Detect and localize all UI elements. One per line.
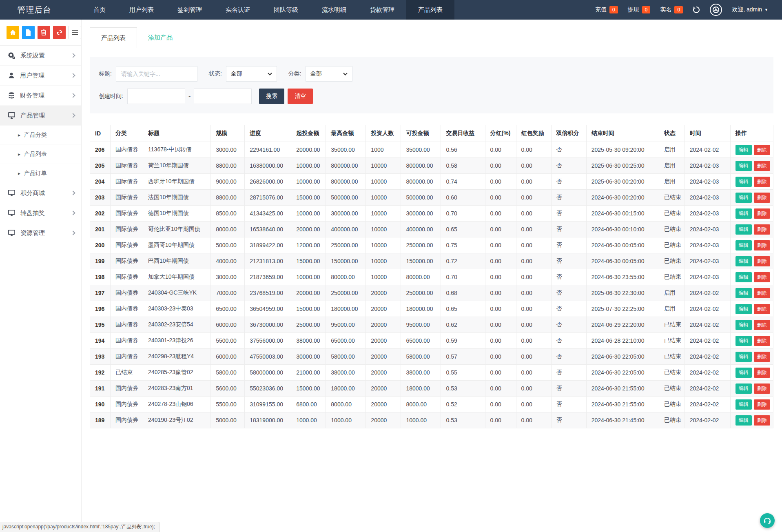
- delete-button[interactable]: 删除: [754, 177, 770, 187]
- table-cell: 法国10年期国债: [143, 190, 211, 206]
- delete-button[interactable]: 删除: [754, 352, 770, 362]
- realname-label: 实名: [660, 6, 671, 13]
- monitor-icon: [8, 210, 15, 216]
- edit-button[interactable]: 编辑: [735, 399, 752, 410]
- edit-button[interactable]: 编辑: [735, 368, 752, 378]
- edit-button[interactable]: 编辑: [735, 208, 752, 219]
- sidebar-item-lucky-wheel[interactable]: 转盘抽奖: [0, 203, 81, 223]
- column-header: 状态: [659, 125, 685, 142]
- nav-item-checkin[interactable]: 签到管理: [166, 0, 214, 20]
- nav-item-loan[interactable]: 贷款管理: [358, 0, 406, 20]
- sidebar-item-points-mall[interactable]: 积分商城: [0, 183, 81, 203]
- actions-cell: 编辑删除: [730, 365, 773, 381]
- edit-button[interactable]: 编辑: [735, 288, 752, 298]
- table-cell: 国内债券: [111, 301, 143, 317]
- sidebar-item-user-management[interactable]: 用户管理: [0, 66, 81, 86]
- file-button[interactable]: [22, 26, 35, 39]
- table-cell: 4000.00: [211, 253, 245, 269]
- table-cell: 16380000.00: [245, 158, 291, 174]
- sidebar-item-finance-management[interactable]: 财务管理: [0, 86, 81, 106]
- nav-item-flow-detail[interactable]: 流水明细: [310, 0, 358, 20]
- delete-button[interactable]: 删除: [754, 145, 770, 155]
- delete-button[interactable]: 删除: [754, 336, 770, 346]
- category-select-value: 全部: [310, 70, 322, 78]
- delete-button[interactable]: 删除: [754, 240, 770, 250]
- delete-button[interactable]: 删除: [754, 415, 770, 426]
- delete-button[interactable]: 删除: [754, 383, 770, 394]
- delete-button[interactable]: 删除: [754, 193, 770, 203]
- sidebar-item-resource-management[interactable]: 资源管理: [0, 223, 81, 243]
- table-cell: 0.65: [441, 222, 485, 237]
- sidebar-item-product-management[interactable]: 产品管理: [0, 106, 81, 126]
- delete-button[interactable]: 删除: [754, 208, 770, 219]
- avatar[interactable]: [710, 4, 722, 16]
- refresh-icon[interactable]: [693, 6, 700, 13]
- table-cell: 300000.00: [401, 206, 441, 222]
- created-end-input[interactable]: [194, 89, 252, 104]
- delete-button[interactable]: 删除: [754, 368, 770, 378]
- edit-button[interactable]: 编辑: [735, 256, 752, 266]
- category-select[interactable]: 全部: [306, 66, 352, 82]
- customer-service-fab[interactable]: [760, 513, 775, 528]
- edit-button[interactable]: 编辑: [735, 145, 752, 155]
- actions-cell: 编辑删除: [730, 381, 773, 397]
- table-cell: 2025-07-30 22:25:00: [586, 301, 659, 317]
- delete-button[interactable]: 删除: [754, 224, 770, 235]
- sidebar-subitem-product-orders[interactable]: ▸ 产品订单: [0, 164, 81, 183]
- title-search-input[interactable]: [116, 66, 197, 82]
- nav-item-home[interactable]: 首页: [82, 0, 117, 20]
- clear-button[interactable]: 清空: [288, 89, 313, 104]
- edit-button[interactable]: 编辑: [735, 224, 752, 235]
- list-button[interactable]: [69, 26, 81, 39]
- delete-button[interactable]: 删除: [754, 256, 770, 266]
- search-button[interactable]: 搜索: [259, 89, 284, 104]
- sidebar-item-label: 积分商城: [20, 189, 45, 197]
- edit-button[interactable]: 编辑: [735, 193, 752, 203]
- delete-button[interactable]: 删除: [754, 272, 770, 282]
- table-cell: 2024-02-03: [685, 253, 730, 269]
- delete-button[interactable]: 删除: [754, 399, 770, 410]
- welcome-menu[interactable]: 欢迎, admin ▼: [732, 6, 768, 13]
- sidebar-subitem-product-list[interactable]: ▸ 产品列表: [0, 145, 81, 164]
- tab-bar: 产品列表 添加产品: [90, 27, 773, 48]
- delete-button[interactable]: 删除: [754, 161, 770, 171]
- recharge-badge-group[interactable]: 充值 0: [595, 6, 618, 13]
- sidebar-item-label: 用户管理: [20, 72, 44, 80]
- headset-icon: [764, 517, 771, 524]
- withdraw-badge-group[interactable]: 提现 0: [628, 6, 651, 13]
- edit-button[interactable]: 编辑: [735, 272, 752, 282]
- trash-button[interactable]: [38, 26, 50, 39]
- status-select[interactable]: 全部: [226, 66, 277, 82]
- tab-add-product[interactable]: 添加产品: [137, 27, 184, 48]
- table-cell: 12000.00: [291, 237, 326, 253]
- table-cell: 500000.00: [401, 190, 441, 206]
- nav-item-product-list[interactable]: 产品列表: [406, 0, 454, 20]
- edit-button[interactable]: 编辑: [735, 352, 752, 362]
- edit-button[interactable]: 编辑: [735, 240, 752, 250]
- table-cell: 2025-05-30 09:20:00: [586, 142, 659, 158]
- edit-button[interactable]: 编辑: [735, 177, 752, 187]
- realname-badge-group[interactable]: 实名 0: [660, 6, 683, 13]
- edit-button[interactable]: 编辑: [735, 320, 752, 330]
- edit-button[interactable]: 编辑: [735, 304, 752, 314]
- edit-button[interactable]: 编辑: [735, 336, 752, 346]
- table-cell: 15000.00: [291, 381, 326, 397]
- table-row: 200国际债券墨西哥10年期国债5000.0031899422.0012000.…: [90, 237, 773, 253]
- tab-product-list[interactable]: 产品列表: [90, 27, 137, 48]
- sidebar-item-system-settings[interactable]: 系统设置: [0, 46, 81, 66]
- recycle-button[interactable]: [53, 26, 66, 39]
- created-start-input[interactable]: [127, 89, 185, 104]
- nav-item-realname[interactable]: 实名认证: [214, 0, 262, 20]
- edit-button[interactable]: 编辑: [735, 415, 752, 426]
- table-cell: 240278-23山钢06: [143, 397, 211, 412]
- nav-item-user-list[interactable]: 用户列表: [117, 0, 166, 20]
- edit-button[interactable]: 编辑: [735, 161, 752, 171]
- home-button[interactable]: [7, 26, 19, 39]
- column-header: 起投金额: [291, 125, 326, 142]
- nav-item-team-level[interactable]: 团队等级: [262, 0, 310, 20]
- delete-button[interactable]: 删除: [754, 304, 770, 314]
- edit-button[interactable]: 编辑: [735, 383, 752, 394]
- delete-button[interactable]: 删除: [754, 320, 770, 330]
- delete-button[interactable]: 删除: [754, 288, 770, 298]
- sidebar-subitem-product-category[interactable]: ▸ 产品分类: [0, 126, 81, 145]
